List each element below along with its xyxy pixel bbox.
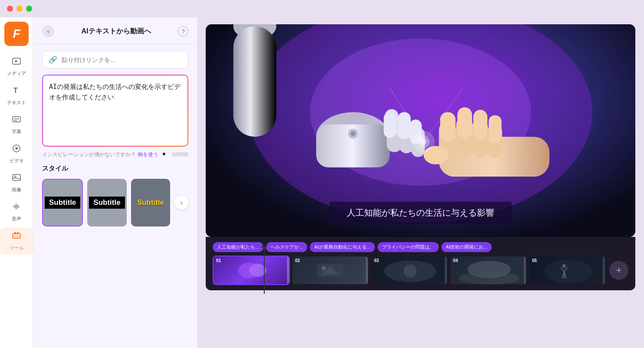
help-button[interactable]: ? (178, 26, 188, 36)
svg-point-27 (351, 131, 355, 136)
char-count: 0/8000 (172, 151, 188, 158)
media-icon (12, 56, 21, 69)
inspiration-text: インスピレーションが湧かないですか？ (42, 151, 136, 158)
timeline-label-2[interactable]: ヘルスケアか... (266, 242, 307, 252)
text-area[interactable]: AIの発展は私たちの生活への変化を示すビデオを作成してください (49, 82, 181, 138)
style-card-2[interactable]: Subtitle (87, 179, 126, 227)
minimize-button[interactable] (16, 6, 23, 12)
svg-point-8 (14, 176, 16, 177)
preview-subtitle: 人工知能が私たちの生活に与える影響 (206, 202, 635, 224)
chevron-right-icon: › (181, 199, 183, 206)
style-section: スタイル (42, 164, 188, 173)
sidebar-item-subtitle[interactable]: 字幕 (0, 111, 33, 138)
style-card-3-text: Subtitle (133, 197, 168, 209)
timeline-clip-2[interactable]: 02 (292, 256, 369, 285)
svg-rect-34 (473, 110, 488, 141)
timeline-labels: 人工知能が私たち... ヘルスケアか... AIが業務自動化に与える... プラ… (213, 242, 628, 252)
inspiration-row: インスピレーションが湧かないですか？ 例を使う ✦ 0/8000 (42, 150, 188, 158)
timeline-clip-1[interactable]: 01 (213, 256, 290, 285)
playhead (264, 246, 265, 294)
clip-4-handle[interactable] (524, 256, 526, 284)
svg-text:T: T (13, 87, 18, 94)
style-label: スタイル (42, 164, 188, 173)
svg-point-56 (562, 264, 566, 268)
svg-marker-6 (16, 147, 19, 150)
timeline-label-4[interactable]: プライバシーの問題は、 (378, 242, 439, 252)
timeline-clip-4[interactable]: 04 (450, 256, 527, 285)
sparkle-icon: ✦ (161, 151, 167, 158)
sidebar-item-video[interactable]: ビデオ (0, 140, 33, 167)
clip-3-num: 03 (374, 258, 379, 263)
sidebar-label-media: メディア (7, 70, 26, 77)
svg-point-47 (322, 266, 326, 270)
sidebar-item-text[interactable]: T テキスト (0, 82, 33, 109)
panel-header: ‹ AIテキストから動画へ ? (33, 17, 197, 44)
svg-rect-12 (17, 232, 19, 234)
clip-5-num: 05 (532, 258, 537, 263)
preview-container: 人工知能が私たちの生活に与える影響 (206, 24, 635, 237)
clip-1-handle[interactable] (287, 256, 289, 284)
svg-rect-2 (13, 117, 20, 122)
clip-5-handle[interactable] (603, 256, 605, 284)
sidebar: F メディア T テキスト (0, 17, 33, 348)
timeline-label-3[interactable]: AIが業務自動化に与える... (310, 242, 375, 252)
panel-title: AIテキストから動画へ (82, 27, 151, 36)
timeline-clips: 01 02 (213, 256, 628, 285)
tools-icon (12, 231, 21, 243)
playhead-arrow (261, 246, 267, 251)
svg-point-50 (404, 265, 417, 278)
text-area-container: AIの発展は私たちの生活への変化を示すビデオを作成してください (42, 75, 188, 147)
sidebar-item-tools[interactable]: ツール (0, 227, 33, 255)
plus-icon: + (616, 265, 622, 276)
help-label: ? (181, 28, 184, 35)
sidebar-label-subtitle: 字幕 (12, 128, 21, 135)
style-card-1-text: Subtitle (45, 197, 80, 209)
svg-rect-16 (233, 26, 276, 137)
timeline-label-1[interactable]: 人工知能が私たち... (213, 242, 263, 252)
app-logo[interactable]: F (4, 22, 29, 46)
clip-4-num: 04 (453, 258, 458, 263)
timeline-label-5[interactable]: AI技術の開発にお... (441, 242, 492, 252)
back-button[interactable]: ‹ (42, 25, 54, 37)
svg-rect-21 (384, 112, 396, 138)
panel-body: 🔗 AIの発展は私たちの生活への変化を示すビデオを作成してください インスピレー… (33, 44, 197, 348)
back-icon: ‹ (47, 28, 49, 35)
sidebar-label-audio: 音声 (12, 216, 21, 222)
video-icon (12, 144, 21, 156)
url-input[interactable] (62, 56, 182, 63)
sidebar-label-tools: ツール (10, 245, 24, 251)
timeline-area: 人工知能が私たち... ヘルスケアか... AIが業務自動化に与える... プラ… (206, 237, 635, 290)
title-bar (0, 0, 644, 17)
svg-rect-11 (14, 232, 16, 234)
svg-rect-7 (13, 174, 20, 181)
sidebar-item-media[interactable]: メディア (0, 53, 33, 80)
sidebar-label-video: ビデオ (10, 158, 24, 164)
svg-point-55 (544, 259, 592, 283)
maximize-button[interactable] (26, 6, 32, 12)
svg-rect-32 (457, 107, 472, 138)
clip-1-num: 01 (216, 258, 221, 263)
sidebar-label-image: 画像 (12, 187, 21, 193)
link-icon: 🔗 (49, 56, 57, 64)
example-link[interactable]: 例を使う (138, 151, 158, 158)
style-cards: Subtitle Subtitle Subtitle › (42, 179, 188, 227)
close-button[interactable] (7, 6, 13, 12)
clip-2-handle[interactable] (366, 256, 368, 284)
sidebar-label-text: テキスト (7, 99, 26, 106)
style-card-1[interactable]: Subtitle (42, 179, 83, 227)
svg-rect-9 (13, 233, 20, 238)
inspiration-hint: インスピレーションが湧かないですか？ 例を使う ✦ (42, 150, 167, 158)
clip-3-handle[interactable] (445, 256, 447, 284)
main-area: 人工知能が私たちの生活に与える影響 人工知能が私たち... ヘルスケアか... … (197, 17, 644, 348)
style-card-3[interactable]: Subtitle (131, 179, 170, 227)
style-next-button[interactable]: › (174, 196, 188, 210)
add-clip-button[interactable]: + (609, 261, 628, 280)
audio-icon (12, 202, 21, 214)
url-input-container[interactable]: 🔗 (42, 51, 188, 69)
sidebar-item-image[interactable]: 画像 (0, 169, 33, 197)
sidebar-item-audio[interactable]: 音声 (0, 198, 33, 226)
timeline-clip-3[interactable]: 03 (371, 256, 448, 285)
image-icon (12, 173, 21, 185)
subtitle-icon (12, 115, 21, 127)
timeline-clip-5[interactable]: 05 (529, 256, 606, 285)
